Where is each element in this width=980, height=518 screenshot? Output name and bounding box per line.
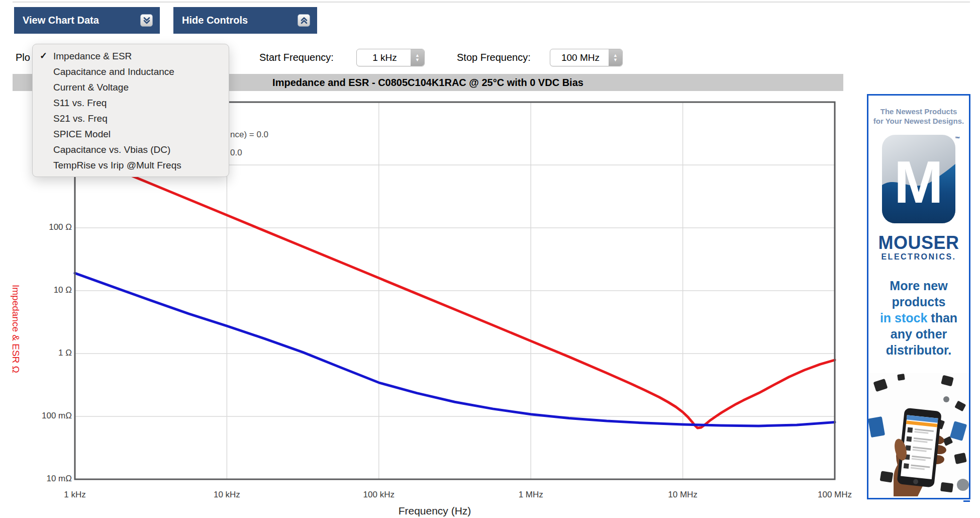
y-tick-label: 100 mΩ <box>12 411 72 421</box>
view-chart-data-button[interactable]: View Chart Data <box>14 7 160 34</box>
x-tick-label: 1 kHz <box>47 490 103 500</box>
menu-item-capacitance-and-inductance[interactable]: Capacitance and Inductance <box>33 64 229 79</box>
chart-annotation-1: nce) = 0.0 <box>230 130 268 140</box>
svg-text:M: M <box>894 149 943 215</box>
stop-frequency-select[interactable]: 100 MHz ▲▼ <box>550 49 623 66</box>
ad-photo-hand-phone <box>868 373 969 498</box>
menu-item-temprise-vs-irip-mult-freqs[interactable]: TempRise vs Irip @Mult Freqs <box>33 157 229 173</box>
ad-brand-name: MOUSER <box>868 232 969 253</box>
chevron-double-up-icon <box>298 14 310 27</box>
menu-item-label: TempRise vs Irip @Mult Freqs <box>53 160 181 170</box>
checkmark-icon: ✓ <box>40 48 52 64</box>
stop-frequency-label: Stop Frequency: <box>457 48 531 66</box>
view-chart-data-label: View Chart Data <box>23 15 99 26</box>
menu-item-label: Capacitance vs. Vbias (DC) <box>53 144 170 155</box>
menu-item-label: SPICE Model <box>53 129 111 139</box>
chart-annotation-2: 0.0 <box>230 148 242 158</box>
y-tick-label: 10 Ω <box>12 285 72 295</box>
menu-item-label: Impedance & ESR <box>53 51 132 61</box>
x-tick-label: 100 kHz <box>351 490 407 500</box>
y-tick-label: 1 Ω <box>12 348 72 358</box>
menu-item-spice-model[interactable]: SPICE Model <box>33 126 229 142</box>
menu-item-label: Capacitance and Inductance <box>53 66 174 77</box>
page: View Chart Data Hide Controls Plo Start … <box>0 0 980 518</box>
plot-type-label: Plo <box>16 48 30 66</box>
start-frequency-label: Start Frequency: <box>259 48 334 66</box>
menu-item-capacitance-vs-vbias-dc-[interactable]: Capacitance vs. Vbias (DC) <box>33 142 229 157</box>
menu-item-label: S21 vs. Freq <box>53 113 108 124</box>
stop-frequency-value: 100 MHz <box>550 52 609 63</box>
menu-item-s11-vs-freq[interactable]: S11 vs. Freq <box>33 95 229 111</box>
stepper-arrows-icon: ▲▼ <box>411 49 424 66</box>
plot-type-menu: ✓Impedance & ESRCapacitance and Inductan… <box>32 44 229 177</box>
trademark-symbol: ™ <box>955 136 960 141</box>
x-tick-label: 10 MHz <box>655 490 711 500</box>
ad-promo-text: More new products in stock than any othe… <box>868 278 969 358</box>
mouser-ad-banner[interactable]: The Newest Products for Your Newest Desi… <box>867 94 970 499</box>
menu-item-impedance-esr[interactable]: ✓Impedance & ESR <box>33 48 229 64</box>
hide-controls-button[interactable]: Hide Controls <box>173 7 317 34</box>
ad-brand-subname: ELECTRONICS. <box>868 252 969 262</box>
ad-link-underscore[interactable] <box>963 500 970 502</box>
x-tick-label: 100 MHz <box>807 490 862 500</box>
start-frequency-select[interactable]: 1 kHz ▲▼ <box>356 49 425 66</box>
x-tick-label: 10 kHz <box>199 490 254 500</box>
y-tick-label: 100 Ω <box>12 222 72 232</box>
x-tick-label: 1 MHz <box>503 490 558 500</box>
x-axis-title: Frequency (Hz) <box>334 505 535 517</box>
stepper-arrows-icon: ▲▼ <box>609 49 622 66</box>
mouser-logo-icon: M <box>882 135 955 225</box>
ad-promo-highlight: in stock <box>880 311 927 325</box>
menu-item-current-voltage[interactable]: Current & Voltage <box>33 79 229 95</box>
menu-item-s21-vs-freq[interactable]: S21 vs. Freq <box>33 111 229 126</box>
start-frequency-value: 1 kHz <box>357 52 411 63</box>
menu-item-label: S11 vs. Freq <box>53 98 107 108</box>
y-tick-label: 10 mΩ <box>12 474 72 484</box>
menu-item-label: Current & Voltage <box>53 82 129 93</box>
hide-controls-label: Hide Controls <box>182 15 248 26</box>
ad-tagline: The Newest Products for Your Newest Desi… <box>868 107 969 126</box>
chevron-double-down-icon <box>140 14 153 27</box>
